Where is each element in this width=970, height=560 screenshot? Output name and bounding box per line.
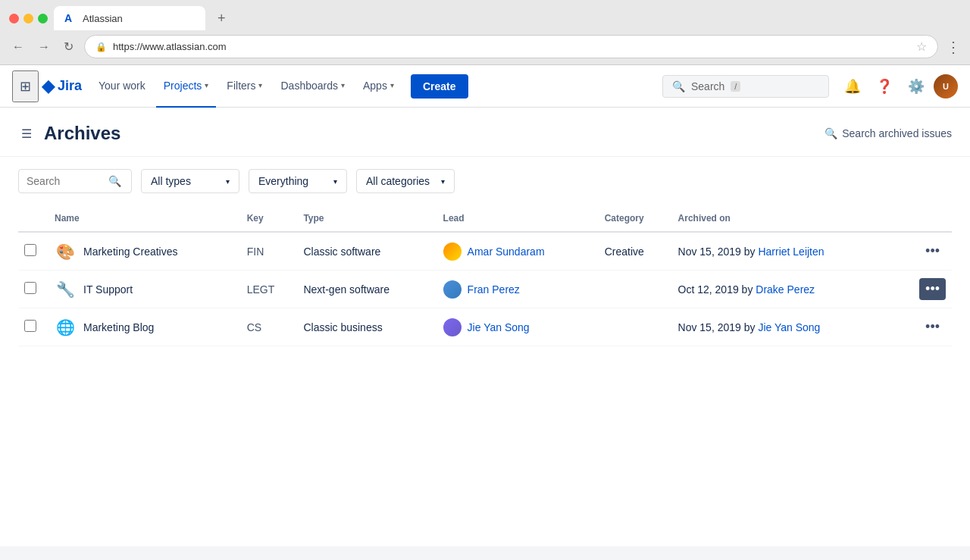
- address-bar: ← → ↻ 🔒 https://www.atlassian.com ☆ ⋮: [0, 30, 970, 64]
- search-archived-icon: 🔍: [824, 127, 837, 139]
- row-actions-cell: •••: [897, 308, 952, 346]
- project-icon-it: 🔧: [55, 279, 76, 300]
- settings-button[interactable]: ⚙️: [902, 72, 931, 101]
- archives-table-container: Name Key Type Lead Category Archived on …: [0, 205, 970, 346]
- archived-on-cell: Nov 15, 2019 by Harriet Leijten: [672, 232, 897, 271]
- search-archived-issues-link[interactable]: 🔍 Search archived issues: [824, 127, 952, 139]
- project-type-cell: Classic business: [297, 308, 436, 346]
- col-name: Name: [48, 205, 241, 232]
- global-search-box[interactable]: 🔍 Search /: [662, 75, 829, 98]
- row-more-button[interactable]: •••: [919, 278, 946, 300]
- project-name-cell: 🎨 Marketing Creatives: [48, 232, 241, 271]
- row-actions-cell: •••: [897, 271, 952, 308]
- sidebar-toggle-button[interactable]: ☰: [18, 124, 35, 144]
- maximize-window-button[interactable]: [38, 14, 48, 23]
- dashboards-chevron-icon: ▾: [341, 81, 345, 89]
- lead-avatar: [443, 280, 462, 299]
- new-tab-button[interactable]: +: [211, 8, 232, 30]
- user-avatar[interactable]: U: [934, 74, 958, 99]
- url-bar[interactable]: 🔒 https://www.atlassian.com ☆: [84, 35, 938, 58]
- page-title-row: ☰ Archives: [18, 123, 120, 144]
- col-actions: [897, 205, 952, 232]
- nav-filters[interactable]: Filters ▾: [219, 65, 270, 108]
- row-checkbox-2[interactable]: [24, 320, 36, 332]
- filters-bar: 🔍 All types ▾ Everything ▾ All categorie…: [0, 157, 970, 205]
- row-checkbox-cell: [18, 232, 48, 271]
- project-name: Marketing Creatives: [83, 246, 178, 258]
- categories-filter-dropdown[interactable]: All categories ▾: [356, 169, 455, 193]
- type-filter-chevron-icon: ▾: [226, 177, 230, 186]
- browser-menu-button[interactable]: ⋮: [946, 38, 961, 56]
- lead-avatar: [443, 242, 462, 261]
- close-window-button[interactable]: [9, 14, 19, 23]
- project-key-cell: FIN: [241, 232, 298, 271]
- lead-avatar: [443, 318, 462, 336]
- table-row: 🎨 Marketing Creatives FIN Classic softwa…: [18, 232, 952, 271]
- jira-logo[interactable]: ◆ Jira: [42, 77, 82, 96]
- project-category-cell: [599, 271, 672, 308]
- archived-by-link[interactable]: Drake Perez: [756, 283, 815, 296]
- archived-by-link[interactable]: Jie Yan Song: [758, 321, 820, 333]
- project-icon-marketing: 🎨: [55, 241, 76, 262]
- nav-your-work[interactable]: Your work: [91, 65, 153, 108]
- minimize-window-button[interactable]: [23, 14, 33, 23]
- projects-chevron-icon: ▾: [205, 81, 208, 89]
- nav-projects[interactable]: Projects ▾: [156, 65, 217, 108]
- nav-dashboards[interactable]: Dashboards ▾: [273, 65, 352, 108]
- project-key-cell: LEGT: [241, 271, 298, 308]
- everything-filter-dropdown[interactable]: Everything ▾: [249, 169, 347, 193]
- row-checkbox-cell: [18, 308, 48, 346]
- archives-table: Name Key Type Lead Category Archived on …: [18, 205, 952, 346]
- project-lead-cell: Fran Perez: [437, 271, 599, 308]
- search-filter-icon: 🔍: [108, 175, 121, 187]
- name-search-input[interactable]: [27, 175, 102, 187]
- nav-icon-group: 🔔 ❓ ⚙️ U: [838, 72, 958, 101]
- page-title: Archives: [44, 123, 120, 144]
- row-checkbox-cell: [18, 271, 48, 308]
- row-checkbox-0[interactable]: [24, 244, 36, 256]
- search-shortcut-badge: /: [731, 81, 740, 92]
- col-category: Category: [599, 205, 672, 232]
- tab-favicon: A: [64, 12, 77, 24]
- tab-title: Atlassian: [83, 13, 123, 24]
- checkbox-header: [18, 205, 48, 232]
- archived-on-cell: Nov 15, 2019 by Jie Yan Song: [672, 308, 897, 346]
- browser-titlebar: A Atlassian +: [0, 0, 970, 30]
- refresh-button[interactable]: ↻: [61, 36, 77, 57]
- project-name: Marketing Blog: [83, 321, 154, 333]
- project-category-cell: [599, 308, 672, 346]
- row-more-button[interactable]: •••: [919, 240, 946, 262]
- nav-apps[interactable]: Apps ▾: [355, 65, 402, 108]
- project-lead-cell: Amar Sundaram: [437, 232, 599, 271]
- security-icon: 🔒: [95, 42, 107, 52]
- apps-grid-button[interactable]: ⊞: [12, 70, 39, 102]
- everything-filter-label: Everything: [258, 175, 308, 187]
- archived-by-link[interactable]: Harriet Leijten: [758, 246, 824, 258]
- lead-name-link[interactable]: Amar Sundaram: [468, 246, 545, 258]
- project-icon-blog: 🌐: [55, 317, 76, 338]
- forward-button[interactable]: →: [35, 37, 53, 57]
- lead-name-link[interactable]: Jie Yan Song: [468, 321, 530, 333]
- project-name-cell: 🔧 IT Support: [48, 271, 241, 308]
- name-search-filter[interactable]: 🔍: [18, 169, 132, 193]
- project-type-cell: Classic software: [297, 232, 436, 271]
- type-filter-dropdown[interactable]: All types ▾: [141, 169, 239, 193]
- url-text: https://www.atlassian.com: [113, 41, 227, 52]
- project-name: IT Support: [83, 283, 133, 296]
- back-button[interactable]: ←: [9, 37, 27, 57]
- help-button[interactable]: ❓: [870, 72, 899, 101]
- row-more-button[interactable]: •••: [919, 316, 946, 338]
- row-actions-cell: •••: [897, 232, 952, 271]
- create-button[interactable]: Create: [411, 74, 468, 99]
- apps-chevron-icon: ▾: [390, 81, 394, 89]
- col-key: Key: [241, 205, 298, 232]
- notifications-button[interactable]: 🔔: [838, 72, 867, 101]
- browser-tab[interactable]: A Atlassian: [54, 6, 205, 30]
- page-header: ☰ Archives 🔍 Search archived issues: [0, 108, 970, 157]
- page-content: ☰ Archives 🔍 Search archived issues 🔍 Al…: [0, 108, 970, 546]
- row-checkbox-1[interactable]: [24, 282, 36, 294]
- type-filter-label: All types: [151, 175, 191, 187]
- jira-logo-text: Jira: [58, 78, 82, 94]
- bookmark-button[interactable]: ☆: [916, 39, 927, 54]
- lead-name-link[interactable]: Fran Perez: [468, 283, 520, 296]
